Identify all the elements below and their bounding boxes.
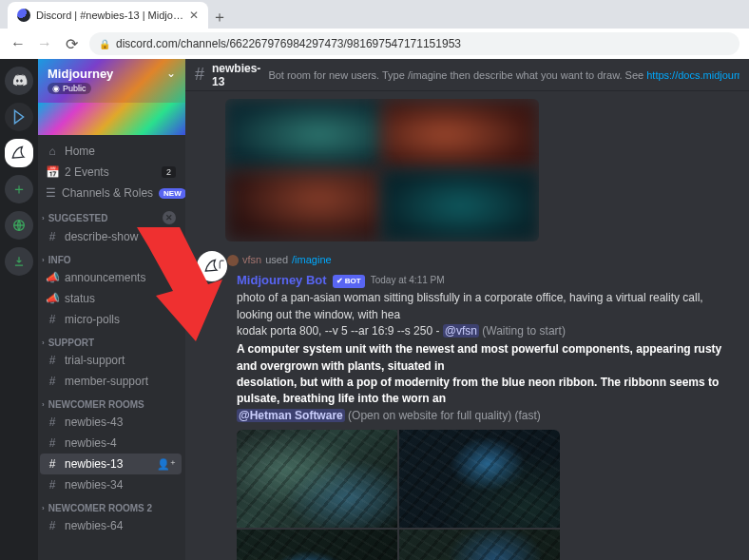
category-header[interactable]: ›NEWCOMER ROOMS 2	[40, 495, 182, 515]
bot-tag: ✔ BOT	[333, 275, 365, 288]
chevron-down-icon: ⌄	[166, 67, 176, 80]
chevron-right-icon: ›	[42, 504, 45, 512]
chevron-right-icon: ›	[42, 256, 45, 264]
image-variant-2[interactable]	[399, 430, 560, 528]
chevron-right-icon: ›	[42, 400, 45, 409]
tab-close-icon[interactable]: ✕	[189, 9, 199, 22]
hash-icon: #	[46, 375, 59, 388]
server-banner-image	[38, 103, 185, 135]
mention-hetman[interactable]: @Hetman Software	[237, 409, 345, 422]
url-input[interactable]: 🔒 discord.com/channels/66226797698429747…	[89, 32, 739, 55]
message: ╭ vfsn used /imagine Midjourney Bot ✔ BO…	[197, 251, 738, 560]
message-timestamp: Today at 4:11 PM	[371, 274, 445, 288]
browser-chrome: Discord | #newbies-13 | Midjo… ✕ ＋ ← → ⟳…	[0, 0, 749, 59]
channel-item[interactable]: 📣announcements	[40, 267, 182, 288]
hash-icon: #	[46, 415, 59, 429]
channel-sidebar: Midjourney ◉ Public ⌄ ⌂Home📅2 Events2☰Ch…	[38, 59, 185, 560]
channel-item[interactable]: #newbies-13👤⁺	[40, 454, 182, 474]
image-variant-3[interactable]	[237, 530, 397, 560]
generated-image-grid[interactable]	[237, 430, 560, 560]
channel-label: Channels & Roles	[62, 186, 153, 200]
channel-label: trial-support	[65, 354, 125, 367]
channel-item[interactable]: ⌂Home	[40, 141, 182, 162]
message-list[interactable]: ╭ vfsn used /imagine Midjourney Bot ✔ BO…	[185, 91, 749, 560]
download-apps-button[interactable]	[5, 247, 33, 276]
hash-icon: #	[46, 230, 59, 243]
channel-item[interactable]: #describe-show	[40, 226, 182, 247]
chevron-right-icon: ›	[42, 214, 45, 222]
guild-sail-icon[interactable]	[5, 103, 33, 131]
reply-command: /imagine	[292, 253, 332, 268]
channel-item[interactable]: 📣status	[40, 288, 182, 309]
guild-sidebar: ＋	[0, 59, 38, 560]
category-header[interactable]: ›SUGGESTED✕	[40, 203, 182, 226]
channel-label: describe-show	[65, 230, 138, 243]
reply-curve-icon: ╭	[216, 251, 223, 270]
channel-item[interactable]: #newbies-64	[40, 515, 182, 536]
url-text: discord.com/channels/662267976984297473/…	[116, 37, 461, 50]
hash-icon: #	[46, 354, 59, 367]
reply-username: vfsn	[242, 253, 261, 268]
msg-l1a: photo of a pan-asian woman sitting bliss…	[237, 291, 703, 320]
previous-image-attachment[interactable]	[225, 99, 539, 241]
forward-button: →	[36, 35, 53, 52]
megaphone-icon: 📣	[46, 292, 59, 305]
category-header[interactable]: ›INFO	[40, 247, 182, 267]
reply-indicator[interactable]: ╭ vfsn used /imagine	[216, 251, 738, 270]
channel-item[interactable]: #member-support	[40, 371, 182, 392]
back-button[interactable]: ←	[10, 35, 27, 52]
channel-label: newbies-4	[65, 436, 117, 450]
discord-home-button[interactable]	[5, 67, 33, 95]
msg-l2b: desolation, but with a pop of modernity …	[237, 376, 719, 405]
msg-l2c: (Open on website for full quality) (fast…	[345, 409, 541, 422]
public-label: Public	[63, 84, 86, 93]
calendar-icon: 📅	[46, 165, 59, 179]
image-variant-4[interactable]	[399, 530, 560, 560]
tab-title: Discord | #newbies-13 | Midjo…	[36, 10, 183, 21]
category-header[interactable]: ›NEWCOMER ROOMS	[40, 392, 182, 412]
category-label: SUGGESTED	[48, 213, 108, 223]
explore-servers-button[interactable]	[5, 211, 33, 240]
msg-l1c: (Waiting to start)	[479, 324, 566, 338]
message-text-2: A computer system unit with the newest a…	[237, 341, 738, 424]
channel-item[interactable]: #trial-support	[40, 350, 182, 371]
discord-app: ＋ Midjourney ◉ Public ⌄ ⌂Home📅2 Events2☰…	[0, 59, 749, 560]
channel-item[interactable]: ☰Channels & RolesNEW	[40, 183, 182, 203]
message-text-1: photo of a pan-asian woman sitting bliss…	[237, 290, 738, 339]
category-label: SUPPORT	[48, 338, 94, 348]
add-server-button[interactable]: ＋	[5, 175, 33, 203]
hash-icon: #	[195, 65, 204, 85]
topic-link[interactable]: https://docs.midjourney.com/	[646, 69, 739, 81]
channel-label: newbies-43	[65, 415, 123, 429]
globe-icon: ◉	[52, 84, 60, 93]
image-variant-1[interactable]	[237, 430, 397, 528]
category-header[interactable]: ›SUPPORT	[40, 330, 182, 350]
megaphone-icon: 📣	[46, 271, 59, 284]
channel-list[interactable]: ⌂Home📅2 Events2☰Channels & RolesNEW›SUGG…	[38, 135, 185, 560]
mention-vfsn[interactable]: @vfsn	[443, 324, 479, 338]
channel-label: 2 Events	[65, 165, 109, 179]
channel-label: newbies-64	[65, 519, 123, 532]
server-header[interactable]: Midjourney ◉ Public ⌄	[38, 59, 185, 103]
hash-icon: #	[46, 313, 59, 326]
channel-name: newbies-13	[212, 62, 260, 88]
channel-item[interactable]: #newbies-4	[40, 433, 182, 454]
channel-label: announcements	[65, 271, 145, 284]
message-author[interactable]: Midjourney Bot	[237, 272, 327, 290]
category-label: NEWCOMER ROOMS 2	[48, 503, 152, 513]
channel-item[interactable]: #newbies-34	[40, 474, 182, 495]
browser-tab[interactable]: Discord | #newbies-13 | Midjo… ✕	[8, 2, 208, 29]
discord-favicon-icon	[17, 9, 30, 22]
guild-midjourney[interactable]	[5, 139, 33, 167]
create-invite-icon[interactable]: 👤⁺	[157, 458, 176, 471]
msg-l2a: A computer system unit with the newest a…	[237, 342, 721, 372]
tab-strip: Discord | #newbies-13 | Midjo… ✕ ＋	[0, 0, 749, 29]
channel-item[interactable]: #newbies-43	[40, 412, 182, 433]
reload-button[interactable]: ⟳	[63, 35, 80, 52]
new-tab-button[interactable]: ＋	[208, 6, 231, 29]
dismiss-icon[interactable]: ✕	[163, 211, 176, 224]
badge-new: NEW	[159, 188, 185, 199]
channel-item[interactable]: 📅2 Events2	[40, 162, 182, 183]
channel-item[interactable]: #micro-polls	[40, 309, 182, 330]
hash-icon: #	[46, 457, 59, 471]
